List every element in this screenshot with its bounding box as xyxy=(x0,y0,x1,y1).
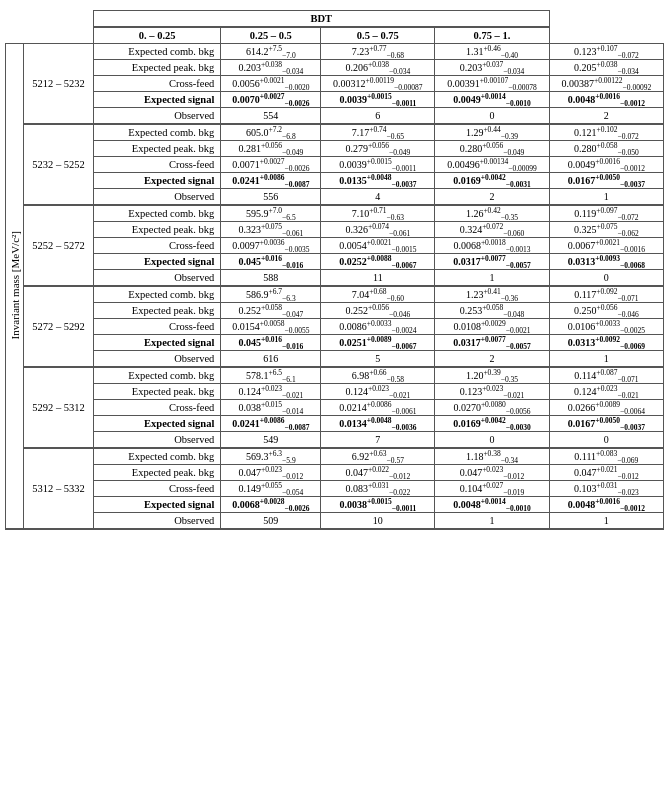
value-cell: 595.9+7.0−6.5 xyxy=(221,205,321,222)
value-cell: 0.0313+0.0092−0.0069 xyxy=(549,335,663,351)
value-cell: 569.3+6.3−5.9 xyxy=(221,448,321,465)
row-label: Expected peak. bkg xyxy=(94,303,221,319)
row-label: Expected peak. bkg xyxy=(94,60,221,76)
table-row: Observed616521 xyxy=(6,351,664,368)
value-cell: 0.0317+0.0077−0.0057 xyxy=(435,254,549,270)
value-cell: 578.1+6.5−6.1 xyxy=(221,367,321,384)
value-cell: 0.038+0.015−0.014 xyxy=(221,400,321,416)
value-cell: 0 xyxy=(435,108,549,125)
value-cell: 0.0039+0.0015−0.0011 xyxy=(321,157,435,173)
mass-range-label: 5252 – 5272 xyxy=(24,205,94,286)
value-cell: 11 xyxy=(321,270,435,287)
value-cell: 0.0067+0.0021−0.0016 xyxy=(549,238,663,254)
value-cell: 0.047+0.023−0.012 xyxy=(435,465,549,481)
value-cell: 0.205+0.038−0.034 xyxy=(549,60,663,76)
value-cell: 0.0054+0.0021−0.0015 xyxy=(321,238,435,254)
row-label: Expected peak. bkg xyxy=(94,465,221,481)
row-label: Cross-feed xyxy=(94,157,221,173)
value-cell: 0.0251+0.0089−0.0067 xyxy=(321,335,435,351)
value-cell: 2 xyxy=(435,189,549,206)
value-cell: 0.047+0.023−0.012 xyxy=(221,465,321,481)
value-cell: 0.0154+0.0058−0.0055 xyxy=(221,319,321,335)
value-cell: 0.0048+0.0016−0.0012 xyxy=(549,92,663,108)
value-cell: 0.0108+0.0029−0.0021 xyxy=(435,319,549,335)
value-cell: 0.280+0.056−0.049 xyxy=(435,141,549,157)
value-cell: 0.111+0.083−0.069 xyxy=(549,448,663,465)
value-cell: 1.20+0.39−0.35 xyxy=(435,367,549,384)
value-cell: 0.0167+0.0050−0.0037 xyxy=(549,173,663,189)
value-cell: 0.045+0.016−0.016 xyxy=(221,335,321,351)
row-label: Cross-feed xyxy=(94,481,221,497)
value-cell: 0.00496+0.00134−0.00099 xyxy=(435,157,549,173)
table-row: Cross-feed0.0071+0.0027−0.00260.0039+0.0… xyxy=(6,157,664,173)
row-label: Expected signal xyxy=(94,254,221,270)
col-header-4: 0.75 – 1. xyxy=(435,27,549,44)
value-cell: 0.00312+0.00119−0.00087 xyxy=(321,76,435,92)
value-cell: 588 xyxy=(221,270,321,287)
value-cell: 1 xyxy=(549,189,663,206)
value-cell: 0.252+0.056−0.046 xyxy=(321,303,435,319)
table-row: Expected peak. bkg0.252+0.058−0.0470.252… xyxy=(6,303,664,319)
row-label: Expected comb. bkg xyxy=(94,44,221,60)
value-cell: 0.124+0.023−0.021 xyxy=(549,384,663,400)
value-cell: 0.0068+0.0028−0.0026 xyxy=(221,497,321,513)
row-label: Expected comb. bkg xyxy=(94,124,221,141)
value-cell: 0.253+0.058−0.048 xyxy=(435,303,549,319)
value-cell: 1 xyxy=(549,513,663,530)
value-cell: 0.279+0.056−0.049 xyxy=(321,141,435,157)
table-row: 5292 – 5312Expected comb. bkg578.1+6.5−6… xyxy=(6,367,664,384)
value-cell: 6.98+0.66−0.58 xyxy=(321,367,435,384)
row-label: Expected comb. bkg xyxy=(94,448,221,465)
value-cell: 2 xyxy=(549,108,663,125)
value-cell: 5 xyxy=(321,351,435,368)
table-row: Invariant mass [MeV/c²]5212 – 5232Expect… xyxy=(6,44,664,60)
mass-range-label: 5272 – 5292 xyxy=(24,286,94,367)
value-cell: 0.0270+0.0080−0.0056 xyxy=(435,400,549,416)
value-cell: 0.047+0.022−0.012 xyxy=(321,465,435,481)
value-cell: 0.00387+0.00122−0.00092 xyxy=(549,76,663,92)
row-label: Cross-feed xyxy=(94,400,221,416)
value-cell: 0.0039+0.0015−0.0011 xyxy=(321,92,435,108)
table-row: Expected signal0.0241+0.0086−0.00870.013… xyxy=(6,173,664,189)
value-cell: 0.325+0.075−0.062 xyxy=(549,222,663,238)
table-row: Observed5881110 xyxy=(6,270,664,287)
value-cell: 549 xyxy=(221,432,321,449)
table-row: 5312 – 5332Expected comb. bkg569.3+6.3−5… xyxy=(6,448,664,465)
table-row: Expected signal0.0068+0.0028−0.00260.003… xyxy=(6,497,664,513)
table-row: Expected peak. bkg0.124+0.023−0.0210.124… xyxy=(6,384,664,400)
value-cell: 0.0169+0.0042−0.0031 xyxy=(435,173,549,189)
row-label: Expected comb. bkg xyxy=(94,286,221,303)
value-cell: 0.123+0.023−0.021 xyxy=(435,384,549,400)
value-cell: 0.117+0.092−0.071 xyxy=(549,286,663,303)
value-cell: 509 xyxy=(221,513,321,530)
row-label: Observed xyxy=(94,189,221,206)
value-cell: 1.23+0.41−0.36 xyxy=(435,286,549,303)
value-cell: 0.0266+0.0089−0.0064 xyxy=(549,400,663,416)
value-cell: 2 xyxy=(435,351,549,368)
value-cell: 7.04+0.68−0.60 xyxy=(321,286,435,303)
value-cell: 1.18+0.38−0.34 xyxy=(435,448,549,465)
value-cell: 0.324+0.072−0.060 xyxy=(435,222,549,238)
row-label: Expected comb. bkg xyxy=(94,367,221,384)
header-row-cols: 0. – 0.25 0.25 – 0.5 0.5 – 0.75 0.75 – 1… xyxy=(6,27,664,44)
row-label: Observed xyxy=(94,432,221,449)
value-cell: 7.23+0.77−0.68 xyxy=(321,44,435,60)
row-label: Cross-feed xyxy=(94,238,221,254)
row-label: Observed xyxy=(94,513,221,530)
value-cell: 0 xyxy=(549,270,663,287)
value-cell: 1 xyxy=(549,351,663,368)
value-cell: 0.00391+0.00107−0.00078 xyxy=(435,76,549,92)
value-cell: 0.149+0.055−0.054 xyxy=(221,481,321,497)
value-cell: 0.047+0.021−0.012 xyxy=(549,465,663,481)
col-header-2: 0.25 – 0.5 xyxy=(221,27,321,44)
value-cell: 0.0071+0.0027−0.0026 xyxy=(221,157,321,173)
table-row: Observed554602 xyxy=(6,108,664,125)
table-row: Cross-feed0.0056+0.0021−0.00200.00312+0.… xyxy=(6,76,664,92)
row-label: Expected comb. bkg xyxy=(94,205,221,222)
row-label: Expected signal xyxy=(94,497,221,513)
value-cell: 7.17+0.74−0.65 xyxy=(321,124,435,141)
value-cell: 0.280+0.058−0.050 xyxy=(549,141,663,157)
value-cell: 0.0049+0.0014−0.0010 xyxy=(435,92,549,108)
value-cell: 0.203+0.037−0.034 xyxy=(435,60,549,76)
row-label: Expected signal xyxy=(94,173,221,189)
